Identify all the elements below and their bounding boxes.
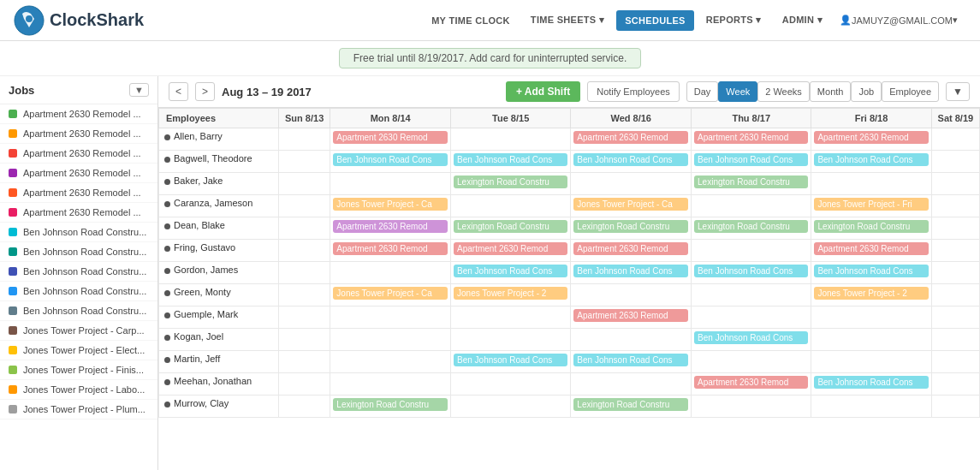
schedule-cell-3-2[interactable] [451, 195, 571, 217]
sidebar-item-11[interactable]: Jones Tower Project - Carp... [0, 321, 157, 341]
schedule-cell-9-4[interactable]: Ben Johnson Road Cons [692, 329, 811, 351]
schedule-cell-0-3[interactable]: Apartment 2630 Remod [571, 128, 692, 151]
shift-block[interactable]: Apartment 2630 Remod [573, 131, 688, 144]
shift-block[interactable]: Ben Johnson Road Cons [694, 265, 808, 277]
schedule-cell-7-2[interactable]: Jones Tower Project - 2 [451, 284, 571, 306]
schedule-cell-8-5[interactable] [811, 306, 931, 329]
shift-block[interactable]: Lexington Road Constru [573, 398, 688, 411]
schedule-cell-4-4[interactable]: Lexington Road Constru [692, 217, 811, 240]
schedule-cell-5-5[interactable]: Apartment 2630 Remod [811, 240, 931, 262]
schedule-cell-6-6[interactable] [931, 262, 979, 284]
shift-block[interactable]: Lexington Road Constru [333, 398, 448, 411]
schedule-cell-1-2[interactable]: Ben Johnson Road Cons [451, 151, 571, 173]
add-shift-button[interactable]: + Add Shift [506, 81, 580, 102]
schedule-cell-9-5[interactable] [811, 329, 931, 351]
schedule-cell-7-1[interactable]: Jones Tower Project - Ca [330, 284, 451, 306]
view-btn-employee[interactable]: Employee [882, 81, 939, 102]
view-btn-2-weeks[interactable]: 2 Weeks [757, 81, 810, 102]
shift-block[interactable]: Jones Tower Project - Ca [573, 198, 688, 211]
nav-link-time-sheets[interactable]: TIME SHEETS ▾ [522, 9, 613, 31]
shift-block[interactable]: Ben Johnson Road Cons [694, 331, 808, 344]
schedule-cell-11-5[interactable]: Ben Johnson Road Cons [811, 373, 931, 396]
sidebar-item-4[interactable]: Apartment 2630 Remodel ... [0, 183, 157, 203]
shift-block[interactable]: Ben Johnson Road Cons [333, 153, 448, 166]
view-btn-job[interactable]: Job [851, 81, 882, 102]
schedule-cell-6-0[interactable] [279, 262, 330, 284]
sidebar-item-9[interactable]: Ben Johnson Road Constru... [0, 282, 157, 301]
schedule-cell-10-2[interactable]: Ben Johnson Road Cons [451, 351, 571, 373]
schedule-cell-2-0[interactable] [279, 173, 330, 195]
schedule-cell-10-0[interactable] [279, 351, 330, 373]
schedule-cell-6-4[interactable]: Ben Johnson Road Cons [692, 262, 811, 284]
schedule-cell-8-4[interactable] [692, 306, 811, 329]
schedule-cell-3-1[interactable]: Jones Tower Project - Ca [330, 195, 451, 217]
shift-block[interactable]: Apartment 2630 Remod [814, 242, 928, 255]
shift-block[interactable]: Ben Johnson Road Cons [454, 354, 567, 366]
nav-link-my-time-clock[interactable]: MY TIME CLOCK [423, 10, 519, 31]
nav-user[interactable]: 👤 JAMUYZ@GMAIL.COM ▾ [831, 9, 966, 31]
shift-block[interactable]: Ben Johnson Road Cons [454, 153, 567, 166]
schedule-cell-8-6[interactable] [931, 306, 979, 329]
schedule-cell-2-3[interactable] [571, 173, 692, 195]
schedule-cell-0-0[interactable] [279, 128, 330, 151]
shift-block[interactable]: Apartment 2630 Remod [814, 131, 928, 144]
schedule-cell-0-4[interactable]: Apartment 2630 Remod [692, 128, 811, 151]
schedule-cell-3-6[interactable] [931, 195, 979, 217]
sidebar-item-13[interactable]: Jones Tower Project - Finis... [0, 360, 157, 380]
next-week-button[interactable]: > [195, 82, 215, 101]
schedule-cell-10-3[interactable]: Ben Johnson Road Cons [571, 351, 692, 373]
schedule-cell-6-2[interactable]: Ben Johnson Road Cons [451, 262, 571, 284]
schedule-cell-11-2[interactable] [451, 373, 571, 396]
shift-block[interactable]: Apartment 2630 Remod [694, 376, 808, 389]
schedule-cell-3-0[interactable] [279, 195, 330, 217]
shift-block[interactable]: Ben Johnson Road Cons [573, 354, 688, 366]
schedule-cell-5-6[interactable] [931, 240, 979, 262]
schedule-cell-7-6[interactable] [931, 284, 979, 306]
schedule-cell-3-3[interactable]: Jones Tower Project - Ca [571, 195, 692, 217]
sidebar-item-8[interactable]: Ben Johnson Road Constru... [0, 262, 157, 282]
schedule-grid-wrap[interactable]: EmployeesSun 8/13Mon 8/14Tue 8/15Wed 8/1… [158, 108, 980, 470]
prev-week-button[interactable]: < [169, 82, 188, 101]
schedule-cell-10-6[interactable] [931, 351, 979, 373]
schedule-cell-12-5[interactable] [811, 396, 931, 418]
shift-block[interactable]: Apartment 2630 Remod [333, 131, 448, 144]
schedule-cell-8-2[interactable] [451, 306, 571, 329]
schedule-cell-11-0[interactable] [279, 373, 330, 396]
schedule-cell-4-6[interactable] [931, 217, 979, 240]
schedule-cell-10-1[interactable] [330, 351, 451, 373]
schedule-cell-9-3[interactable] [571, 329, 692, 351]
schedule-cell-5-2[interactable]: Apartment 2630 Remod [451, 240, 571, 262]
schedule-cell-7-0[interactable] [279, 284, 330, 306]
schedule-cell-9-2[interactable] [451, 329, 571, 351]
shift-block[interactable]: Jones Tower Project - Fri [814, 198, 928, 211]
shift-block[interactable]: Ben Johnson Road Cons [814, 153, 928, 166]
schedule-cell-1-0[interactable] [279, 151, 330, 173]
nav-link-schedules[interactable]: SCHEDULES [616, 10, 694, 31]
shift-block[interactable]: Apartment 2630 Remod [694, 131, 808, 144]
schedule-cell-4-1[interactable]: Apartment 2630 Remod [330, 217, 451, 240]
schedule-cell-12-4[interactable] [692, 396, 811, 418]
schedule-cell-3-5[interactable]: Jones Tower Project - Fri [811, 195, 931, 217]
schedule-cell-10-4[interactable] [692, 351, 811, 373]
schedule-cell-5-4[interactable] [692, 240, 811, 262]
view-btn-week[interactable]: Week [718, 81, 757, 102]
shift-block[interactable]: Lexington Road Constru [454, 220, 567, 233]
schedule-cell-5-3[interactable]: Apartment 2630 Remod [571, 240, 692, 262]
schedule-cell-7-4[interactable] [692, 284, 811, 306]
sidebar-item-3[interactable]: Apartment 2630 Remodel ... [0, 164, 157, 183]
schedule-cell-8-3[interactable]: Apartment 2630 Remod [571, 306, 692, 329]
schedule-cell-6-3[interactable]: Ben Johnson Road Cons [571, 262, 692, 284]
schedule-cell-4-5[interactable]: Lexington Road Constru [811, 217, 931, 240]
schedule-cell-8-1[interactable] [330, 306, 451, 329]
schedule-filter-button[interactable]: ▼ [946, 82, 970, 101]
schedule-cell-7-3[interactable] [571, 284, 692, 306]
schedule-cell-1-1[interactable]: Ben Johnson Road Cons [330, 151, 451, 173]
schedule-cell-12-0[interactable] [279, 396, 330, 418]
schedule-cell-0-6[interactable] [931, 128, 979, 151]
sidebar-item-10[interactable]: Ben Johnson Road Constru... [0, 301, 157, 321]
schedule-cell-0-2[interactable] [451, 128, 571, 151]
schedule-cell-11-3[interactable] [571, 373, 692, 396]
shift-block[interactable]: Ben Johnson Road Cons [814, 376, 928, 389]
schedule-cell-12-1[interactable]: Lexington Road Constru [330, 396, 451, 418]
shift-block[interactable]: Jones Tower Project - 2 [814, 287, 928, 300]
